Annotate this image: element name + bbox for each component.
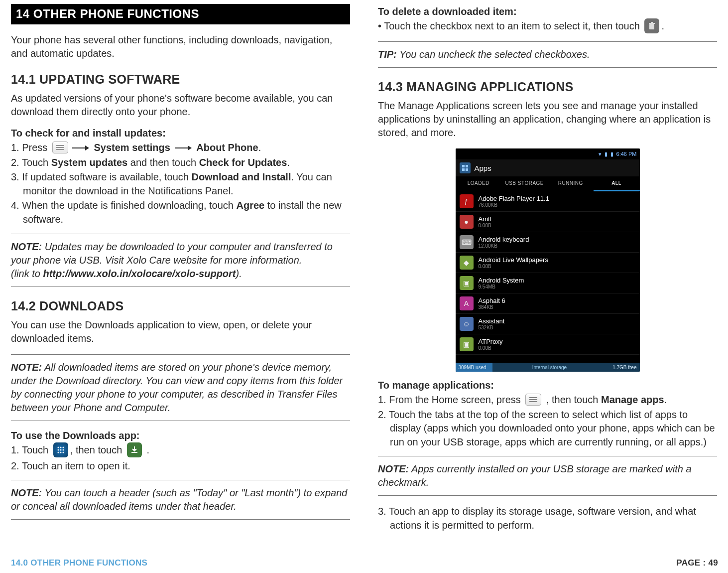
app-size: 0.00B	[479, 345, 636, 351]
step-2: 2. Touch an item to open it.	[11, 459, 350, 473]
note-label: NOTE:	[11, 241, 42, 252]
wifi-icon: ▾	[599, 151, 602, 157]
app-icon: ◆	[460, 256, 474, 270]
app-name: Asphalt 6	[479, 297, 636, 304]
phone-clock: 6:46 PM	[616, 151, 637, 157]
note-download-storage: NOTE: All downloaded items are stored on…	[11, 354, 350, 421]
step-4: 4. When the update is finished downloadi…	[11, 199, 350, 226]
app-icon: A	[460, 296, 474, 310]
svg-rect-17	[466, 165, 468, 167]
text: 2. Touch	[11, 157, 51, 168]
storage-used: 309MB used	[459, 365, 486, 370]
phone-tab[interactable]: USB STORAGE	[501, 176, 548, 191]
step-3: 3. Touch an app to display its storage u…	[378, 505, 717, 532]
arrow-icon	[72, 145, 89, 150]
text: .	[287, 157, 290, 168]
phone-title-bar: Apps	[456, 159, 640, 176]
phone-app-row[interactable]: ◆Android Live Wallpapers0.00B	[456, 253, 640, 273]
phone-screenshot: ▾ ▮ ▮ 6:46 PM Apps LOADEDUSB STORAGERUNN…	[456, 148, 640, 372]
phone-tab[interactable]: ALL	[594, 176, 640, 191]
note-text: Apps currently installed on your USB sto…	[378, 463, 692, 488]
svg-point-3	[57, 446, 59, 448]
app-name: Android keyboard	[479, 236, 636, 243]
svg-point-10	[60, 451, 61, 453]
text-bold: Agree	[237, 200, 265, 211]
text: • Touch the checkbox next to an item to …	[378, 20, 642, 31]
svg-rect-2	[56, 149, 64, 150]
apps-title-icon	[460, 162, 471, 173]
text-bold: About Phone	[194, 142, 258, 153]
left-column: 14 OTHER PHONE FUNCTIONS Your phone has …	[11, 4, 350, 545]
phone-app-row[interactable]: ☺Assistant532KB	[456, 314, 640, 334]
text: .	[661, 20, 664, 31]
text: 1. Press	[11, 142, 50, 153]
step-2: 2. Touch System updates and then touch C…	[11, 156, 350, 170]
svg-point-5	[62, 446, 64, 448]
phone-app-row[interactable]: ▣Android System9.54MB	[456, 273, 640, 293]
phone-tab[interactable]: RUNNING	[548, 176, 594, 191]
phone-app-row[interactable]: ▣ATProxy0.00B	[456, 334, 640, 355]
delete-download-heading: To delete a downloaded item:	[378, 6, 717, 17]
phone-app-row[interactable]: AAsphalt 6384KB	[456, 293, 640, 314]
section-14-2-title: 14.2 DOWNLOADS	[11, 299, 350, 313]
text: 1. From the Home screen, press	[378, 394, 523, 405]
section-14-2-intro: You can use the Downloads application to…	[11, 318, 350, 345]
text-bold: Download and Install	[191, 171, 291, 182]
phone-tabs: LOADEDUSB STORAGERUNNINGALL	[456, 176, 640, 191]
delete-download-steps: • Touch the checkbox next to an item to …	[378, 19, 717, 34]
section-14-3-title: 14.3 MANAGING APPLICATIONS	[378, 80, 717, 94]
app-size: 532KB	[479, 325, 636, 330]
svg-point-8	[62, 449, 64, 450]
section-14-1-title: 14.1 UPDATING SOFTWARE	[11, 72, 350, 87]
manage-apps-steps-cont: 3. Touch an app to display its storage u…	[378, 505, 717, 532]
svg-rect-0	[56, 145, 64, 146]
svg-rect-12	[131, 452, 137, 453]
phone-title: Apps	[475, 164, 491, 172]
step-2: 2. Touch the tabs at the top of the scre…	[378, 408, 717, 449]
section-14-3-intro: The Manage Applications screen lets you …	[378, 99, 717, 140]
note-text: All downloaded items are stored on your …	[11, 362, 343, 413]
text: 1. Touch	[11, 444, 51, 455]
text-bold: Manage apps	[601, 394, 664, 405]
app-name: Adobe Flash Player 11.1	[479, 195, 636, 202]
footer-section: 14.0 OTHER PHONE FUNCTIONS	[11, 558, 147, 568]
text-bold: System settings	[91, 142, 173, 153]
note-label: NOTE:	[11, 362, 42, 373]
check-updates-heading: To check for and install updates:	[11, 128, 350, 139]
app-size: 0.00B	[479, 223, 636, 228]
footer-page-number: PAGE : 49	[676, 558, 718, 568]
right-column: To delete a downloaded item: • Touch the…	[378, 4, 717, 545]
app-icon: ●	[460, 215, 474, 229]
svg-rect-21	[529, 399, 537, 400]
use-downloads-heading: To use the Downloads app:	[11, 430, 350, 441]
text-bold: System updates	[51, 157, 127, 168]
bullet-1: • Touch the checkbox next to an item to …	[378, 19, 717, 34]
note-text: You can touch a header (such as "Today" …	[11, 487, 347, 512]
tip-text: You can uncheck the selected checkboxes.	[397, 49, 590, 60]
phone-status-bar: ▾ ▮ ▮ 6:46 PM	[456, 148, 640, 159]
menu-icon	[52, 142, 68, 153]
app-name: Android System	[479, 277, 636, 284]
phone-app-row[interactable]: ⌨Android keyboard12.00KB	[456, 232, 640, 253]
tip-label: TIP:	[378, 49, 397, 60]
phone-tab[interactable]: LOADED	[456, 176, 502, 191]
phone-storage-bar: 309MB used Internal storage 1.7GB free	[456, 363, 640, 372]
note-label: NOTE:	[378, 463, 409, 474]
download-icon	[127, 442, 142, 457]
step-1: 1. Touch , then touch .	[11, 443, 350, 458]
manage-apps-heading: To manage applications:	[378, 380, 717, 391]
app-icon: ☺	[460, 317, 474, 331]
app-size: 0.00B	[479, 264, 636, 269]
step-1: 1. Press System settings About Phone.	[11, 141, 350, 155]
note-updates-usb: NOTE: Updates may be downloaded to your …	[11, 234, 350, 287]
trash-icon	[644, 18, 659, 33]
tip-uncheck: TIP: You can uncheck the selected checkb…	[378, 41, 717, 68]
phone-app-row[interactable]: ƒAdobe Flash Player 11.176.00KB	[456, 191, 640, 212]
app-icon: ▣	[460, 276, 474, 290]
note-text: Updates may be downloaded to your comput…	[11, 241, 333, 266]
app-size: 384KB	[479, 304, 636, 310]
svg-point-11	[62, 451, 64, 453]
text-bold: Check for Updates	[199, 157, 287, 168]
phone-app-row[interactable]: ●Amtl0.00B	[456, 212, 640, 232]
app-icon: ƒ	[460, 194, 474, 208]
